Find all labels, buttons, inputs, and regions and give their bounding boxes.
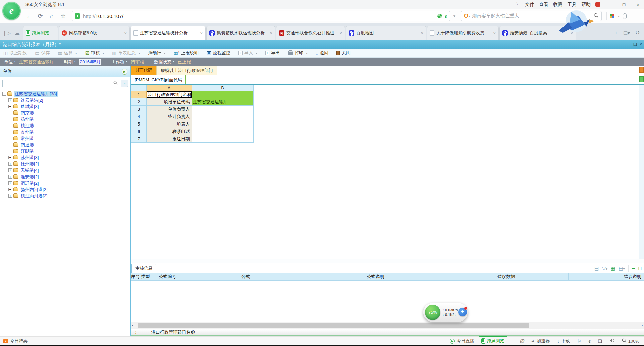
tree-expand-icon[interactable]: + [8, 105, 12, 108]
tree-item[interactable]: + 扬州内河港[2] [2, 186, 130, 193]
tab-close-icon[interactable]: × [493, 31, 496, 36]
network-speed-widget[interactable]: 75% ↑0.03K/s ↓0.1K/s + [423, 303, 468, 322]
sidebar-more-button[interactable]: » [121, 80, 128, 87]
menu-tools[interactable]: 工具 [567, 2, 577, 8]
cell-b5[interactable] [192, 120, 254, 128]
cell-b4[interactable] [192, 113, 254, 120]
search-engine-logo[interactable]: O [464, 13, 468, 19]
tree-collapse-icon[interactable]: - [2, 92, 6, 96]
floating-row-button[interactable]: 浮动行 ▾ [148, 50, 166, 56]
cell-a4[interactable]: 统计负责人 [147, 113, 192, 120]
speed-percent-ball[interactable]: 75% [425, 305, 440, 320]
col-header-b[interactable]: B [192, 85, 254, 91]
refresh-icon[interactable]: ⟳ [36, 12, 45, 20]
menu-file[interactable]: 文件 [525, 2, 534, 8]
col-formula[interactable]: 公式 [184, 273, 307, 280]
cell-a2[interactable]: 填报单位代码 [147, 98, 192, 106]
tree-item[interactable]: 南京港 [2, 110, 130, 116]
export-table-icon[interactable]: ▤ [594, 266, 599, 271]
panel-maximize-icon[interactable]: □ [639, 266, 641, 271]
chevron-down-icon[interactable]: ▾ [306, 51, 308, 55]
row-header[interactable]: 3 [131, 106, 147, 113]
chevron-down-icon[interactable]: ▾ [256, 51, 257, 55]
fetch-previous-button[interactable]: ◫ 取上期数 [3, 50, 27, 56]
reopen-closed-tab-icon[interactable]: ↺ [635, 29, 640, 36]
home-icon[interactable]: ⌂ [47, 13, 56, 20]
tree-item-root[interactable]: - 江苏省交通运输厅[38] [2, 91, 130, 97]
tree-expand-icon[interactable]: + [8, 162, 12, 166]
chevron-down-icon[interactable]: ▾ [102, 51, 104, 55]
col-error-data[interactable]: 错误数据 [444, 273, 569, 280]
tree-item[interactable]: + 苏州港[3] [2, 154, 130, 161]
tree-item[interactable]: 镇江港 [2, 122, 130, 129]
cell-a5[interactable]: 填表人 [147, 120, 192, 128]
cell-a1-selected[interactable]: 港口行政管理部门名称 [147, 91, 192, 98]
browser-tab-moc-news[interactable]: ◉ 交通部联合铁总召开推进 × [276, 26, 345, 40]
ie-mode-icon[interactable]: e [588, 338, 591, 344]
browser-tab-crossscreen[interactable]: 跨屏浏览 [23, 26, 58, 40]
tab-close-icon[interactable]: × [124, 31, 127, 36]
panel-close-icon[interactable]: × [640, 40, 642, 49]
tree-item[interactable]: 泰州港 [2, 129, 130, 135]
row-header[interactable]: 1 [131, 91, 147, 98]
search-magnifier-icon[interactable] [594, 13, 599, 19]
tree-item[interactable]: 常州港 [2, 135, 130, 142]
tree-item[interactable]: + 连云港港[2] [2, 97, 130, 103]
zoom-control[interactable]: 100% [622, 337, 639, 345]
process-monitor-button[interactable]: 流程监控 [207, 50, 230, 56]
menu-expander-icon[interactable]: 〉 [516, 2, 520, 8]
panel-minimize-icon[interactable]: ─ [632, 266, 635, 271]
tree-item[interactable]: 南通港 [2, 142, 130, 148]
tree-item[interactable]: + 淮安港[2] [2, 174, 130, 180]
apps-dropdown-icon[interactable]: ▾ [618, 14, 620, 18]
tab-close-icon[interactable]: × [571, 31, 573, 36]
search-magnifier-icon[interactable] [113, 81, 118, 86]
chevron-down-icon[interactable]: ▾ [75, 51, 77, 55]
tree-expand-icon[interactable]: + [8, 98, 12, 102]
tree-item[interactable]: 江阴港 [2, 148, 130, 154]
maximize-button[interactable]: □ [619, 2, 629, 7]
preview-icon[interactable]: ▤▾ [619, 266, 625, 271]
col-type[interactable]: 类型 [140, 273, 151, 280]
scrollbar-thumb[interactable] [138, 323, 529, 328]
row-header[interactable]: 7 [131, 135, 147, 143]
tab-cover-code[interactable]: 封面代码 [131, 66, 156, 75]
browser-tab-baidu-search[interactable]: 淮安扬港_百度搜索 × [499, 26, 576, 40]
tab-close-icon[interactable]: × [421, 31, 424, 36]
apps-grid-icon[interactable] [610, 14, 614, 18]
pinwheel-extension-icon[interactable] [437, 14, 442, 18]
cross-screen-button[interactable]: 跨屏浏览 [481, 337, 504, 345]
cloud-sync-icon[interactable]: ☁ [15, 30, 20, 36]
cell-b7[interactable] [192, 135, 254, 143]
browser-tab-pilotage-fee[interactable]: 关于降低船舶引航费收费 × [427, 26, 499, 40]
search-box[interactable]: O ▾ 湖南客车起火伤亡重大 [461, 11, 602, 21]
row-header[interactable]: 2 [131, 98, 147, 106]
report-notes-button[interactable]: ▦↑ 上报说明 [174, 50, 199, 56]
row-header[interactable]: 4 [131, 113, 147, 120]
tree-expand-icon[interactable]: + [8, 175, 12, 179]
cell-a7[interactable]: 报送日期 [147, 135, 192, 143]
scroll-left-icon[interactable]: ‹ [132, 323, 133, 328]
search-suggestion-text[interactable]: 湖南客车起火伤亡重大 [472, 13, 519, 19]
compat-mode-icon[interactable]: e [445, 13, 447, 19]
collapse-sidebar-icon[interactable]: ❙▷ [3, 30, 11, 36]
col-seq[interactable]: 序号 [131, 273, 140, 280]
browser-360-logo-icon[interactable]: e [2, 2, 21, 20]
browser-tab-netease-mail[interactable]: ✉ 网易邮箱6.0版 × [59, 26, 130, 40]
menu-favorites[interactable]: 收藏 [553, 2, 562, 8]
excel-icon[interactable]: ▦ [611, 266, 615, 271]
cell-b1[interactable] [192, 91, 254, 98]
chevron-down-icon[interactable]: ▾ [139, 51, 140, 55]
vertical-scrollbar[interactable] [639, 85, 644, 259]
close-report-button[interactable]: 关闭 [336, 50, 350, 56]
tree-expand-icon[interactable]: + [8, 181, 12, 185]
address-bar[interactable]: ✚ http:// 10.1.30.107/ e [72, 11, 450, 21]
col-error-desc[interactable]: 错误说明 [569, 273, 644, 280]
tab-close-icon[interactable]: × [270, 31, 273, 36]
close-button[interactable]: × [633, 2, 643, 7]
save-button[interactable]: ▤ 保存 [35, 50, 50, 56]
corner-header[interactable] [131, 85, 147, 91]
browser-tab-baidu-map[interactable]: 百度地图 × [346, 26, 426, 40]
print-button[interactable]: 打印 ▾ [288, 50, 308, 56]
cell-a3[interactable]: 单位负责人 [147, 106, 192, 113]
